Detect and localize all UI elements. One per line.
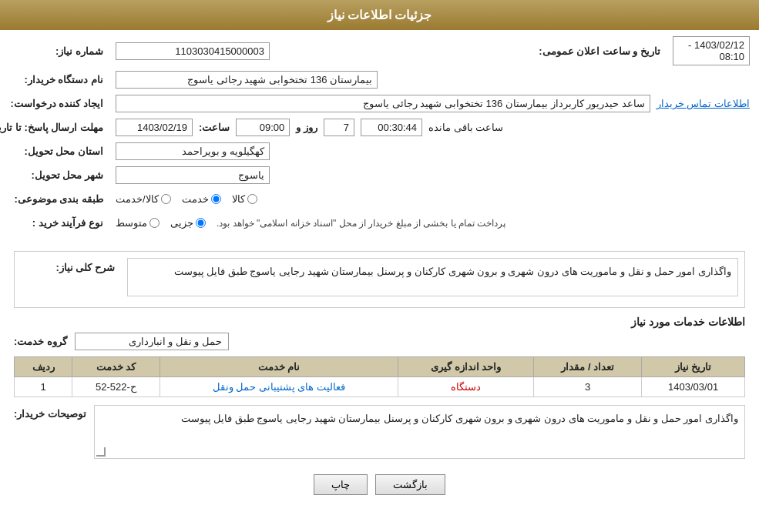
buyer-notes-section: توصیحات خریدار: واگذاری امور حمل و نقل و… xyxy=(14,405,745,459)
cell-count: 3 xyxy=(534,377,642,397)
description-section: شرح کلی نیاز: واگذاری امور حمل و نقل و م… xyxy=(14,251,745,308)
send-days-value: 7 xyxy=(324,119,354,136)
page-header: جزئیات اطلاعات نیاز xyxy=(0,0,759,30)
services-section-title: اطلاعات خدمات مورد نیاز xyxy=(14,316,745,328)
send-remaining-label: ساعت باقی مانده xyxy=(428,122,503,133)
resize-handle[interactable] xyxy=(96,447,106,457)
description-label: شرح کلی نیاز: xyxy=(21,258,121,277)
process-motavasset-radio[interactable] xyxy=(149,218,160,228)
process-jazii-item[interactable]: جزیی xyxy=(170,217,206,229)
service-group-value: حمل و نقل و انبارداری xyxy=(75,333,229,350)
send-days-label: روز و xyxy=(296,122,317,133)
send-date-value: 1403/02/19 xyxy=(116,119,193,136)
process-motavasset-item[interactable]: متوسط xyxy=(116,217,160,229)
cell-unit: دستگاه xyxy=(398,377,533,397)
col-name: نام خدمت xyxy=(160,357,398,377)
services-table: تاریخ نیاز تعداد / مقدار واحد اندازه گیر… xyxy=(14,356,745,397)
category-kala-radio[interactable] xyxy=(247,194,257,204)
delivery-province-value: کهگیلویه و بویراحمد xyxy=(116,142,270,160)
buyer-notes-label: توصیحات خریدار: xyxy=(14,405,86,420)
cell-code: ح-522-52 xyxy=(72,377,160,397)
announce-value: 1403/02/12 - 08:10 xyxy=(673,36,750,65)
page-title: جزئیات اطلاعات نیاز xyxy=(327,8,432,22)
announce-label: تاریخ و ساعت اعلان عمومی: xyxy=(566,42,667,61)
back-button[interactable]: بازگشت xyxy=(375,474,445,495)
category-khedmat-radio[interactable] xyxy=(211,194,221,204)
category-kala-khedmat-radio[interactable] xyxy=(161,194,171,204)
cell-name: فعالیت های پشتیبانی حمل ونقل xyxy=(160,377,398,397)
category-khedmat-item[interactable]: خدمت xyxy=(182,193,221,205)
category-label: طبقه بندی موضوعی: xyxy=(9,189,109,209)
send-time-value: 09:00 xyxy=(236,119,290,136)
col-unit: واحد اندازه گیری xyxy=(398,357,533,377)
col-row: ردیف xyxy=(15,357,72,377)
category-kala-khedmat-label: کالا/خدمت xyxy=(116,193,159,205)
category-kala-khedmat-item[interactable]: کالا/خدمت xyxy=(116,193,171,205)
buyer-org-label: نام دستگاه خریدار: xyxy=(9,70,109,89)
process-radio-group: متوسط جزیی پرداخت تمام یا بخشی از مبلغ خ… xyxy=(116,217,505,229)
send-time-label: ساعت: xyxy=(199,122,230,133)
category-radio-group: کالا/خدمت خدمت کالا xyxy=(116,193,257,205)
delivery-city-label: شهر محل تحویل: xyxy=(9,166,109,185)
category-khedmat-label: خدمت xyxy=(182,193,209,205)
cell-row: 1 xyxy=(15,377,72,397)
print-button[interactable]: چاپ xyxy=(314,474,368,495)
need-number-value: 1103030415000003 xyxy=(116,42,270,60)
requester-label: ایجاد کننده درخواست: xyxy=(9,94,109,113)
buyer-notes-box: واگذاری امور حمل و نقل و ماموریت های درو… xyxy=(94,405,745,459)
process-jazii-radio[interactable] xyxy=(196,218,206,228)
button-row: بازگشت چاپ xyxy=(0,465,759,507)
col-count: تعداد / مقدار xyxy=(534,357,642,377)
requester-value: ساعد حیدریور کاربرداز بیمارستان 136 تختخ… xyxy=(116,95,650,112)
send-remaining-value: 00:30:44 xyxy=(361,119,422,136)
process-note: پرداخت تمام یا بخشی از مبلغ خریدار از مح… xyxy=(217,218,505,229)
buyer-org-value: بیمارستان 136 تختخوابی شهید رجائی یاسوج xyxy=(116,71,378,89)
process-label: نوع فرآیند خرید : xyxy=(9,213,109,233)
category-kala-item[interactable]: کالا xyxy=(232,193,257,205)
buyer-notes-value: واگذاری امور حمل و نقل و ماموریت های درو… xyxy=(181,413,738,424)
category-kala-label: کالا xyxy=(232,193,245,205)
delivery-city-value: یاسوج xyxy=(116,166,270,184)
process-jazii-label: جزیی xyxy=(170,217,193,229)
col-date: تاریخ نیاز xyxy=(642,357,745,377)
table-row: 1403/03/01 3 دستگاه فعالیت های پشتیبانی … xyxy=(15,377,745,397)
delivery-province-label: استان محل تحویل: xyxy=(9,142,109,161)
description-value: واگذاری امور حمل و نقل و ماموریت های درو… xyxy=(127,258,738,296)
process-motavasset-label: متوسط xyxy=(116,217,147,229)
service-group-label: گروه خدمت: xyxy=(14,336,67,347)
cell-date: 1403/03/01 xyxy=(642,377,745,397)
need-number-label: شماره نیاز: xyxy=(9,42,109,61)
contact-info-link[interactable]: اطلاعات تماس خریدار xyxy=(657,98,750,109)
col-code: کد خدمت xyxy=(72,357,160,377)
send-date-label: مهلت ارسال پاسخ: تا تاریخ: xyxy=(9,118,109,137)
